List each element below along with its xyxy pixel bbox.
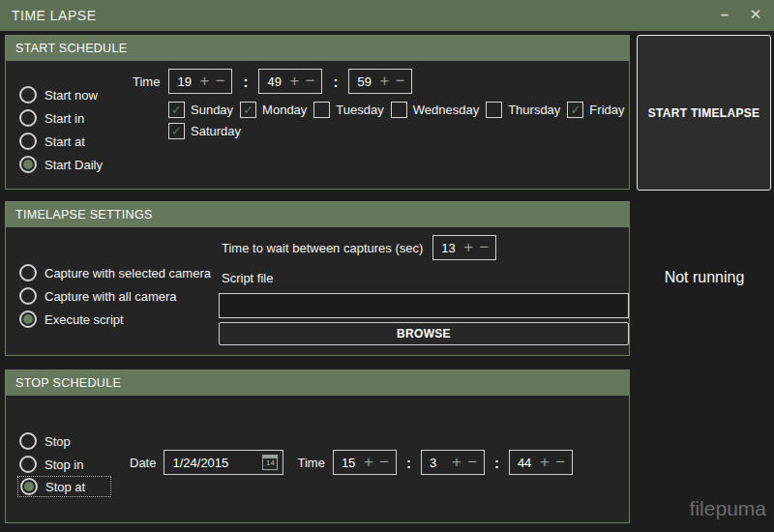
stop-datetime-row: Date 1/24/2015 14 Time 15 + − : 3 + − : (130, 450, 573, 475)
checkbox-box: ✓ (168, 123, 185, 139)
check-icon: ✓ (171, 125, 182, 137)
start-timelapse-button[interactable]: START TIMELAPSE (637, 35, 771, 191)
radio-capture-selected-camera[interactable]: Capture with selected camera (19, 262, 211, 283)
days-row-1: ✓ Sunday ✓ Monday ✓ Tuesday ✓ Wednesday … (168, 102, 624, 118)
radio-label: Stop at (45, 480, 85, 494)
stop-seconds-spinner[interactable]: 44 + − (509, 450, 573, 475)
wait-spinner[interactable]: 13 + − (432, 235, 496, 260)
spinner-value: 44 (510, 456, 537, 470)
checkbox-label: Friday (589, 103, 624, 117)
start-schedule-header: START SCHEDULE (6, 36, 629, 61)
time-separator: : (243, 74, 248, 90)
title-bar: TIME LAPSE – ✕ (0, 0, 774, 31)
close-button[interactable]: ✕ (743, 0, 768, 31)
radio-start-in[interactable]: Start in (19, 107, 84, 129)
increment-icon[interactable]: + (196, 71, 212, 92)
checkbox-friday[interactable]: ✓ Friday (567, 102, 624, 118)
checkbox-saturday[interactable]: ✓ Saturday (168, 123, 241, 139)
spinner-value: 59 (349, 74, 376, 89)
radio-circle (19, 133, 37, 150)
checkbox-box: ✓ (391, 102, 407, 118)
radio-capture-all-camera[interactable]: Capture with all camera (19, 285, 177, 307)
radio-circle (19, 432, 37, 450)
checkbox-tuesday[interactable]: ✓ Tuesday (313, 102, 383, 118)
radio-label: Start Daily (45, 158, 103, 172)
start-minutes-spinner[interactable]: 49 + − (258, 69, 322, 94)
radio-circle-selected (20, 478, 38, 495)
stop-hours-spinner[interactable]: 15 + − (333, 450, 397, 475)
decrement-icon[interactable]: − (212, 71, 227, 92)
script-file-input[interactable] (219, 293, 629, 318)
increment-icon[interactable]: + (361, 452, 376, 473)
checkbox-monday[interactable]: ✓ Monday (240, 102, 307, 118)
calendar-icon-day: 14 (263, 458, 277, 469)
checkbox-label: Saturday (191, 124, 241, 138)
wait-row: Time to wait between captures (sec) 13 +… (222, 235, 496, 260)
decrement-icon[interactable]: − (376, 452, 392, 473)
spinner-value: 49 (259, 74, 286, 89)
start-hours-spinner[interactable]: 19 + − (168, 69, 232, 94)
stop-minutes-spinner[interactable]: 3 + − (421, 450, 485, 475)
increment-icon[interactable]: + (461, 237, 476, 258)
checkbox-wednesday[interactable]: ✓ Wednesday (391, 102, 479, 118)
spinner-value: 13 (433, 241, 461, 255)
radio-start-daily[interactable]: Start Daily (19, 154, 103, 175)
radio-label: Start at (45, 134, 85, 149)
filepuma-watermark: filepuma (690, 497, 766, 520)
spinner-value: 15 (334, 456, 361, 470)
checkbox-sunday[interactable]: ✓ Sunday (168, 102, 233, 118)
radio-label: Execute script (45, 312, 124, 327)
checkbox-box: ✓ (313, 102, 330, 118)
checkbox-box: ✓ (567, 102, 583, 118)
checkbox-label: Sunday (191, 103, 233, 117)
checkbox-label: Tuesday (336, 103, 383, 117)
checkbox-thursday[interactable]: ✓ Thursday (486, 102, 560, 118)
decrement-icon[interactable]: − (302, 71, 317, 92)
script-file-label: Script file (222, 271, 273, 285)
radio-label: Start in (45, 111, 84, 126)
time-separator: : (333, 74, 338, 90)
wait-label: Time to wait between captures (sec) (222, 241, 423, 255)
date-picker[interactable]: 1/24/2015 14 (164, 450, 283, 475)
increment-icon[interactable]: + (376, 71, 392, 92)
time-separator: : (494, 455, 499, 471)
start-time-row: Time 19 + − : 49 + − : 59 + − (133, 69, 412, 94)
checkbox-box: ✓ (168, 102, 185, 118)
radio-stop-at[interactable]: Stop at (17, 476, 111, 497)
timelapse-settings-header: TIMELAPSE SETTINGS (6, 202, 629, 227)
window-title: TIME LAPSE (12, 0, 96, 31)
decrement-icon[interactable]: − (552, 452, 568, 473)
stop-schedule-section: STOP SCHEDULE Stop Stop in Stop at Date … (5, 369, 630, 523)
start-seconds-spinner[interactable]: 59 + − (348, 69, 412, 94)
radio-circle (19, 86, 37, 103)
radio-stop[interactable]: Stop (19, 430, 71, 452)
check-icon: ✓ (171, 103, 182, 116)
status-text: Not running (635, 269, 774, 286)
radio-circle-selected (19, 156, 37, 173)
radio-execute-script[interactable]: Execute script (19, 309, 124, 330)
check-icon: ✓ (570, 103, 580, 116)
start-schedule-section: START SCHEDULE Start now Start in Start … (5, 35, 630, 190)
radio-start-at[interactable]: Start at (19, 131, 85, 152)
radio-circle (19, 264, 37, 281)
increment-icon[interactable]: + (537, 452, 552, 473)
increment-icon[interactable]: + (286, 71, 302, 92)
browse-button[interactable]: BROWSE (219, 322, 629, 345)
checkbox-box: ✓ (240, 102, 256, 118)
spinner-value: 19 (169, 74, 196, 89)
radio-start-now[interactable]: Start now (19, 84, 98, 105)
decrement-icon[interactable]: − (464, 452, 480, 473)
radio-circle (19, 109, 37, 127)
checkbox-label: Monday (262, 103, 307, 117)
date-label: Date (130, 456, 156, 470)
radio-label: Start now (45, 88, 98, 103)
radio-stop-in[interactable]: Stop in (19, 454, 83, 475)
radio-label: Stop (45, 434, 71, 449)
radio-label: Stop in (45, 458, 83, 472)
decrement-icon[interactable]: − (476, 237, 491, 258)
calendar-icon[interactable]: 14 (262, 455, 278, 470)
minimize-button[interactable]: – (712, 0, 737, 31)
radio-label: Capture with all camera (45, 289, 177, 304)
decrement-icon[interactable]: − (392, 71, 407, 92)
increment-icon[interactable]: + (449, 452, 464, 473)
